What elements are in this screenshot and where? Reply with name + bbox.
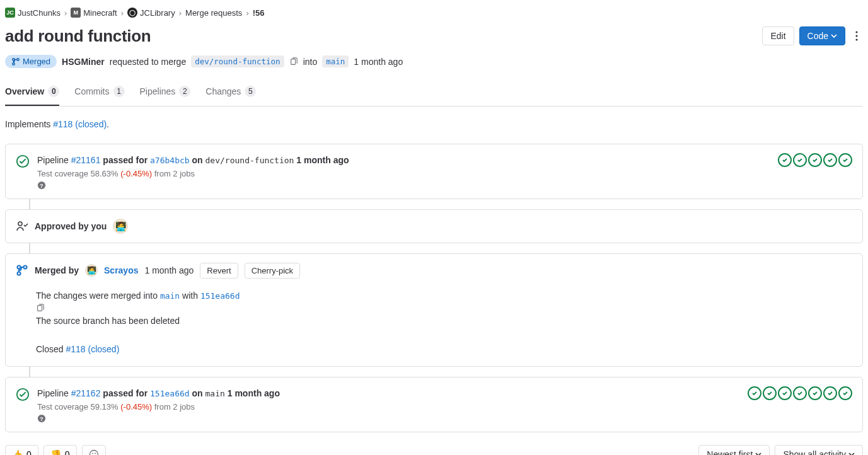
sort-dropdown[interactable]: Newest first xyxy=(698,445,770,455)
merged-line1-mid: with xyxy=(180,291,200,301)
tab-changes-label: Changes xyxy=(205,86,241,96)
pipeline1-time: 1 month ago xyxy=(296,155,349,165)
copy-branch-icon[interactable] xyxy=(289,57,298,66)
stage-ok-icon[interactable] xyxy=(793,386,807,400)
chevron-right-icon: › xyxy=(121,8,124,18)
pipeline2-id[interactable]: #21162 xyxy=(71,388,101,398)
svg-rect-14 xyxy=(38,306,42,311)
svg-point-12 xyxy=(18,272,21,275)
stage-ok-icon[interactable] xyxy=(808,386,822,400)
activity-label: Show all activity xyxy=(783,449,846,455)
pipeline2-sha[interactable]: 151ea66d xyxy=(150,389,190,398)
cherry-pick-button[interactable]: Cherry-pick xyxy=(245,263,300,279)
pipeline1-stages xyxy=(778,153,852,167)
merger-avatar[interactable]: 🧑‍💻 xyxy=(85,264,98,277)
chevron-right-icon: › xyxy=(246,8,248,18)
help-icon[interactable]: ? xyxy=(37,414,740,423)
edit-button[interactable]: Edit xyxy=(762,26,794,45)
desc-prefix: Implements xyxy=(5,119,53,129)
connector-line xyxy=(29,243,30,253)
closed-issue[interactable]: #118 (closed) xyxy=(66,344,119,354)
pipeline1-cov-delta: (-0.45%) xyxy=(120,169,152,178)
svg-point-2 xyxy=(855,38,857,40)
pipeline1-branch: dev/round-function xyxy=(205,156,294,165)
stage-ok-icon[interactable] xyxy=(778,386,792,400)
svg-text:?: ? xyxy=(40,182,43,188)
tab-pipelines-label: Pipelines xyxy=(140,86,176,96)
pipeline1-on: on xyxy=(192,155,203,165)
svg-text:?: ? xyxy=(40,416,43,422)
copy-sha-icon[interactable] xyxy=(36,304,852,313)
pipeline-widget-1: Pipeline #21161 passed for a76b4bcb on d… xyxy=(5,144,863,199)
merged-by-label: Merged by xyxy=(35,265,79,275)
merger-name[interactable]: Scrayos xyxy=(104,265,138,275)
pipeline-widget-2: Pipeline #21162 passed for 151ea66d on m… xyxy=(5,377,863,432)
stage-ok-icon[interactable] xyxy=(838,153,852,167)
author-name[interactable]: HSGMiner xyxy=(62,57,105,67)
more-actions-button[interactable] xyxy=(850,27,863,45)
svg-point-19 xyxy=(92,453,93,454)
group-avatar: JC xyxy=(5,8,15,18)
project-avatar: M xyxy=(71,8,81,18)
revert-button[interactable]: Revert xyxy=(200,263,238,279)
emoji-icon xyxy=(89,449,99,455)
crumb-project[interactable]: M Minecraft xyxy=(71,8,117,18)
code-dropdown[interactable]: Code xyxy=(799,26,845,45)
subproject-avatar: ◯ xyxy=(127,8,137,18)
activity-filter-dropdown[interactable]: Show all activity xyxy=(775,445,863,455)
mr-description: Implements #118 (closed). xyxy=(5,119,863,129)
chevron-down-icon xyxy=(831,33,837,39)
tab-pipelines[interactable]: Pipelines 2 xyxy=(140,79,191,106)
tab-overview-label: Overview xyxy=(5,86,44,96)
stage-ok-icon[interactable] xyxy=(823,386,837,400)
pipeline-status-icon xyxy=(16,154,30,168)
stage-ok-icon[interactable] xyxy=(808,153,822,167)
svg-point-20 xyxy=(95,453,96,454)
stage-ok-icon[interactable] xyxy=(838,386,852,400)
pipeline2-time: 1 month ago xyxy=(228,388,280,398)
linked-issue[interactable]: #118 (closed) xyxy=(53,119,107,129)
crumb-group[interactable]: JC JustChunks xyxy=(5,8,61,18)
pipeline2-for: for xyxy=(136,388,148,398)
tab-pipelines-count: 2 xyxy=(179,86,190,97)
closed-prefix: Closed xyxy=(36,344,66,354)
stage-ok-icon[interactable] xyxy=(793,153,807,167)
thumbs-up-button[interactable]: 👍 0 xyxy=(5,445,38,455)
merge-commit-sha[interactable]: 151ea66d xyxy=(200,291,240,301)
page-title: add round function xyxy=(5,26,151,46)
merged-widget: Merged by 🧑‍💻 Scrayos 1 month ago Revert… xyxy=(5,253,863,367)
svg-point-0 xyxy=(855,31,857,33)
pipeline2-on: on xyxy=(192,388,203,398)
stage-ok-icon[interactable] xyxy=(778,153,792,167)
sort-label: Newest first xyxy=(707,449,753,455)
merge-icon xyxy=(11,57,20,66)
merged-time: 1 month ago xyxy=(145,265,194,275)
target-branch[interactable]: main xyxy=(322,55,349,67)
merge-status-text: Merged xyxy=(23,57,50,66)
merged-into-branch[interactable]: main xyxy=(160,291,180,301)
pipeline2-label: Pipeline xyxy=(37,388,69,398)
desc-suffix: . xyxy=(107,119,109,129)
stage-ok-icon[interactable] xyxy=(823,153,837,167)
approval-widget: Approved by you 🧑‍💻 xyxy=(5,209,863,243)
svg-rect-6 xyxy=(291,59,295,64)
approver-avatar[interactable]: 🧑‍💻 xyxy=(113,219,128,234)
pipeline1-id[interactable]: #21161 xyxy=(71,155,101,165)
into-text: into xyxy=(303,57,318,67)
source-branch[interactable]: dev/round-function xyxy=(191,55,284,67)
stage-ok-icon[interactable] xyxy=(748,386,761,400)
help-icon[interactable]: ? xyxy=(37,181,770,190)
tab-commits-label: Commits xyxy=(74,86,109,96)
pipeline1-sha[interactable]: a76b4bcb xyxy=(150,156,190,165)
crumb-subproject-label: JCLibrary xyxy=(140,8,175,18)
thumbs-down-button[interactable]: 👎 0 xyxy=(43,445,77,455)
svg-point-10 xyxy=(18,222,22,226)
crumb-section[interactable]: Merge requests xyxy=(185,8,242,18)
crumb-subproject[interactable]: ◯ JCLibrary xyxy=(127,8,175,18)
tab-commits[interactable]: Commits 1 xyxy=(74,79,124,106)
mr-tabs: Overview 0 Commits 1 Pipelines 2 Changes… xyxy=(5,79,863,107)
stage-ok-icon[interactable] xyxy=(763,386,777,400)
tab-overview[interactable]: Overview 0 xyxy=(5,79,59,106)
add-reaction-button[interactable] xyxy=(82,445,106,455)
tab-changes[interactable]: Changes 5 xyxy=(205,79,256,106)
